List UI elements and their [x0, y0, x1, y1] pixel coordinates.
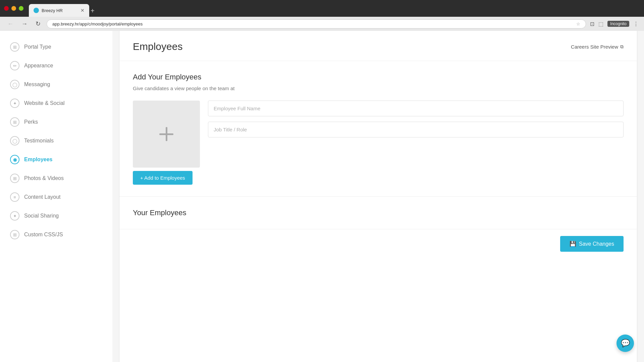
main-content: Employees Careers Site Preview ⧉ Add You… — [119, 31, 637, 362]
save-changes-btn[interactable]: 💾 Save Changes — [560, 236, 624, 252]
employees-icon: ◉ — [10, 155, 19, 164]
page-header: Employees Careers Site Preview ⧉ — [119, 31, 637, 61]
your-employees-section: Your Employees — [119, 197, 637, 229]
chat-bubble-btn[interactable]: 💬 — [616, 335, 634, 352]
sidebar-label-portal-type: Portal Type — [24, 44, 51, 50]
browser-tab[interactable]: Breezy HR ✕ — [29, 4, 89, 17]
sidebar-label-appearance: Appearance — [24, 63, 53, 69]
sidebar-item-photos-videos[interactable]: ⊞ Photos & Videos — [0, 169, 112, 188]
tab-favicon — [34, 8, 39, 13]
address-bar: ← → ↻ app.breezy.hr/app/c/moodjoy/portal… — [0, 17, 644, 31]
employee-form — [133, 101, 624, 168]
sidebar-item-content-layout[interactable]: ≡ Content Layout — [0, 188, 112, 206]
extensions-btn[interactable]: ⊡ — [590, 21, 594, 27]
browser-titlebar: Breezy HR ✕ + — [0, 0, 644, 17]
page-title: Employees — [133, 41, 182, 52]
content-layout-icon: ≡ — [10, 192, 19, 202]
url-text: app.breezy.hr/app/c/moodjoy/portal/emplo… — [52, 21, 574, 26]
sidebar-label-custom-css-js: Custom CSS/JS — [24, 232, 63, 238]
sidebar-item-appearance[interactable]: ✏ Appearance — [0, 56, 112, 75]
website-social-icon: ✦ — [10, 99, 19, 108]
sidebar-label-perks: Perks — [24, 119, 38, 125]
photo-upload-area[interactable] — [133, 101, 200, 168]
photos-videos-icon: ⊞ — [10, 174, 19, 183]
tab-bar: Breezy HR ✕ + — [29, 0, 95, 17]
add-to-employees-btn[interactable]: + Add to Employees — [133, 171, 193, 185]
careers-preview-label: Careers Site Preview — [571, 44, 618, 50]
sidebar-label-content-layout: Content Layout — [24, 194, 61, 200]
testimonials-icon: ◯ — [10, 136, 19, 145]
tab-close-btn[interactable]: ✕ — [80, 8, 85, 13]
new-tab-btn[interactable]: + — [91, 7, 95, 17]
save-btn-label: Save Changes — [579, 241, 614, 247]
external-link-icon: ⧉ — [620, 44, 624, 50]
window-controls — [4, 6, 23, 11]
employee-name-input[interactable] — [208, 101, 624, 116]
sidebar: ⊞ Portal Type ✏ Appearance ◯ Messaging ✦… — [0, 31, 112, 362]
profile-btn[interactable]: ⬚ — [598, 21, 603, 27]
forward-btn[interactable]: → — [19, 20, 30, 28]
url-bar[interactable]: app.breezy.hr/app/c/moodjoy/portal/emplo… — [47, 19, 586, 28]
form-fields — [208, 101, 624, 137]
menu-btn[interactable]: ⋮ — [633, 21, 639, 27]
add-btn-label: + Add to Employees — [140, 175, 185, 181]
perks-icon: ⊞ — [10, 117, 19, 127]
back-btn[interactable]: ← — [5, 20, 15, 28]
add-employees-section: Add Your Employees Give candidates a vie… — [119, 61, 637, 197]
sidebar-item-website-social[interactable]: ✦ Website & Social — [0, 94, 112, 113]
minimize-window-btn[interactable] — [11, 6, 16, 11]
careers-preview-link[interactable]: Careers Site Preview ⧉ — [571, 44, 624, 50]
bookmark-icon[interactable]: ☆ — [576, 21, 580, 26]
sidebar-item-employees[interactable]: ◉ Employees — [0, 150, 112, 169]
save-bar: 💾 Save Changes — [119, 229, 637, 258]
sidebar-label-photos-videos: Photos & Videos — [24, 175, 64, 181]
sidebar-label-messaging: Messaging — [24, 81, 50, 87]
sidebar-item-messaging[interactable]: ◯ Messaging — [0, 75, 112, 94]
sidebar-item-custom-css-js[interactable]: ⊞ Custom CSS/JS — [0, 225, 112, 244]
sidebar-label-employees: Employees — [24, 157, 52, 163]
your-employees-title: Your Employees — [133, 208, 624, 217]
sidebar-label-testimonials: Testimonials — [24, 138, 54, 144]
messaging-icon: ◯ — [10, 80, 19, 89]
portal-type-icon: ⊞ — [10, 42, 19, 52]
sidebar-label-social-sharing: Social Sharing — [24, 213, 59, 219]
job-title-input[interactable] — [208, 122, 624, 137]
toolbar-icons: ⊡ ⬚ Incognito ⋮ — [590, 21, 639, 27]
close-window-btn[interactable] — [4, 6, 9, 11]
custom-css-js-icon: ⊞ — [10, 230, 19, 239]
tab-title: Breezy HR — [42, 8, 63, 13]
social-sharing-icon: ✦ — [10, 211, 19, 221]
add-employees-subtitle: Give candidates a view people on the tea… — [133, 85, 624, 91]
refresh-btn[interactable]: ↻ — [34, 19, 43, 28]
chat-icon: 💬 — [621, 339, 630, 348]
sidebar-item-social-sharing[interactable]: ✦ Social Sharing — [0, 206, 112, 225]
maximize-window-btn[interactable] — [19, 6, 23, 11]
sidebar-item-perks[interactable]: ⊞ Perks — [0, 113, 112, 131]
plus-icon — [158, 126, 175, 142]
appearance-icon: ✏ — [10, 61, 19, 70]
sidebar-item-testimonials[interactable]: ◯ Testimonials — [0, 131, 112, 150]
add-employees-title: Add Your Employees — [133, 73, 624, 81]
sidebar-label-website-social: Website & Social — [24, 100, 65, 106]
page-layout: ⊞ Portal Type ✏ Appearance ◯ Messaging ✦… — [0, 31, 644, 362]
incognito-badge: Incognito — [607, 21, 629, 27]
save-icon: 💾 — [570, 241, 576, 247]
sidebar-item-portal-type[interactable]: ⊞ Portal Type — [0, 38, 112, 56]
